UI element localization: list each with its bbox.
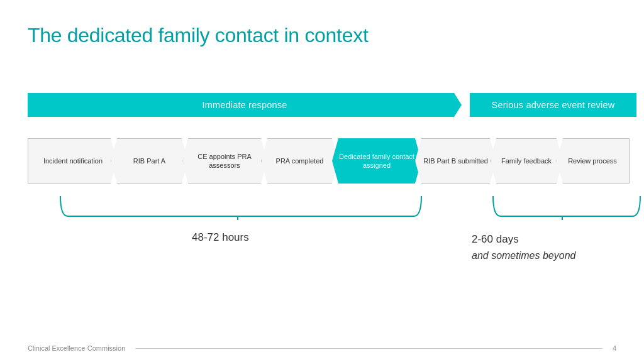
- footer-divider: [135, 348, 602, 349]
- process-flow: Incident notificationRIB Part ACE appoin…: [28, 138, 616, 184]
- arrow-ce-appoints: CE appoints PRA assessors: [182, 138, 267, 184]
- time-label-left: 48-72 hours: [192, 231, 249, 244]
- time-label-right: 2-60 days and sometimes beyond: [472, 231, 575, 263]
- arrow-label-review-process: Review process: [564, 156, 622, 165]
- footer-page: 4: [613, 344, 616, 352]
- banner-row: Immediate response Serious adverse event…: [28, 93, 616, 117]
- arrow-label-rib-part-a: RIB Part A: [130, 156, 169, 165]
- arrow-review-process: Review process: [557, 138, 630, 184]
- arrow-pra-completed: PRA completed: [261, 138, 338, 184]
- arrow-rib-part-b: RIB Part B submitted: [415, 138, 496, 184]
- banner-serious: Serious adverse event review: [470, 93, 636, 117]
- arrow-rib-part-a: RIB Part A: [111, 138, 188, 184]
- arrow-label-ce-appoints: CE appoints PRA assessors: [182, 152, 267, 170]
- arrow-family-feedback: Family feedback: [490, 138, 563, 184]
- footer: Clinical Excellence Commission 4: [28, 344, 616, 352]
- bracket-right-svg: [488, 194, 644, 221]
- slide: The dedicated family contact in context …: [0, 0, 644, 362]
- footer-org: Clinical Excellence Commission: [28, 344, 125, 352]
- arrow-label-rib-part-b: RIB Part B submitted: [419, 156, 492, 165]
- banner-immediate: Immediate response: [28, 93, 462, 117]
- arrow-label-family-feedback: Family feedback: [497, 156, 555, 165]
- arrow-incident: Incident notification: [28, 138, 117, 184]
- arrow-label-dedicated-family: Dedicated family contact assigned: [332, 152, 421, 170]
- page-title: The dedicated family contact in context: [28, 24, 369, 47]
- arrow-label-incident: Incident notification: [38, 156, 106, 165]
- bracket-left-svg: [55, 194, 426, 221]
- arrow-label-pra-completed: PRA completed: [272, 156, 328, 165]
- arrow-dedicated-family: Dedicated family contact assigned: [332, 138, 421, 184]
